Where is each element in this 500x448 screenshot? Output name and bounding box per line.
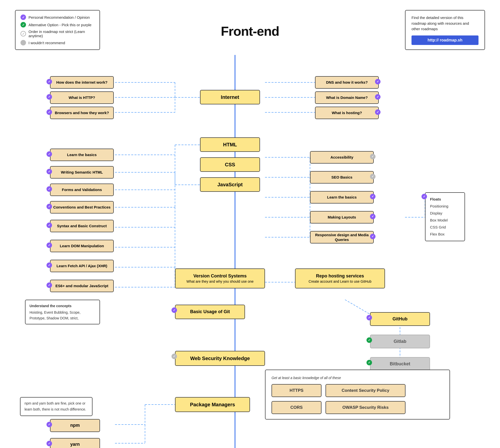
security-box: Get at least a basic knowledge of all of… xyxy=(265,370,450,420)
writing-semantic-node: Writing Semantic HTML xyxy=(50,166,114,179)
badge-css-sub: ✓ xyxy=(422,194,427,199)
css-node: CSS xyxy=(200,157,260,172)
internet-node: Internet xyxy=(200,90,260,104)
javascript-node: JavaScript xyxy=(200,177,260,192)
badge-web-security: ✓ xyxy=(172,354,177,359)
basic-git-node: Basic Usage of Git xyxy=(175,305,245,319)
learn-basics-html-node: Learn the basics xyxy=(50,149,114,161)
legend-icon-purple: ✓ xyxy=(20,14,26,20)
package-managers-node: Package Managers xyxy=(175,397,250,412)
badge-writing-semantic: ✓ xyxy=(46,169,52,174)
badge-dom: ✓ xyxy=(46,242,52,248)
badge-conventions: ✓ xyxy=(46,204,52,209)
seo-node: SEO Basics xyxy=(310,171,374,184)
roadmap-link-description: Find the detailed version of this roadma… xyxy=(412,15,478,32)
domain-node: What is Domain Name? xyxy=(315,91,379,104)
legend-item-order: ✓ Order in roadmap not strict (Learn any… xyxy=(20,29,94,38)
legend-item-personal: ✓ Personal Recommendation / Opinion xyxy=(20,14,94,20)
badge-what-http: ✓ xyxy=(46,94,52,100)
badge-browsers: ✓ xyxy=(46,109,52,115)
legend-icon-gray-outline: ✓ xyxy=(20,31,26,36)
badge-basic-git: ✓ xyxy=(172,307,177,313)
dom-node: Learn DOM Manipulation xyxy=(50,240,114,252)
badge-hosting: ✓ xyxy=(375,109,380,115)
badge-fetch: ✓ xyxy=(46,262,52,268)
badge-bitbucket: ✓ xyxy=(366,360,372,365)
legend-item-not-recommend: I wouldn't recommend xyxy=(20,40,94,45)
learn-basics-css-node: Learn the basics xyxy=(310,191,374,204)
repo-hosting-node: Repo hosting services Create account and… xyxy=(295,268,385,288)
making-layouts-node: Making Layouts xyxy=(310,211,374,224)
concepts-box: Understand the concepts Hoisting, Event … xyxy=(25,300,100,324)
badge-how-internet: ✓ xyxy=(46,79,52,84)
badge-gitlab: ✓ xyxy=(366,337,372,343)
gitlab-node: Gitlab xyxy=(370,335,430,348)
github-node: GitHub xyxy=(370,312,430,326)
es6-node: ES6+ and modular JavaScript xyxy=(50,280,114,292)
browsers-node: Browsers and how they work? xyxy=(50,107,114,119)
legend-box: ✓ Personal Recommendation / Opinion ✓ Al… xyxy=(15,10,100,50)
legend-item-alternative: ✓ Alternative Option - Pick this or purp… xyxy=(20,22,94,27)
npm-node: npm xyxy=(50,419,100,432)
owasp-node: OWASP Security Risks xyxy=(326,401,406,414)
legend-icon-green: ✓ xyxy=(20,22,26,27)
vcs-node: Version Control Systems What are they an… xyxy=(175,268,265,288)
how-internet-node: How does the internet work? xyxy=(50,76,114,89)
fetch-node: Learn Fetch API / Ajax (XHR) xyxy=(50,260,114,272)
badge-accessibility: ✓ xyxy=(370,154,376,159)
cors-node: CORS xyxy=(272,401,322,414)
badge-learn-basics: ✓ xyxy=(46,151,52,157)
badge-syntax: ✓ xyxy=(46,223,52,228)
badge-responsive: ✓ xyxy=(370,234,376,239)
css-sub-box: Floats Positioning Display Box Model CSS… xyxy=(425,192,465,241)
accessibility-node: Accessibility xyxy=(310,151,374,164)
responsive-node: Responsive design and Media Queries xyxy=(310,231,374,243)
badge-learn-basics-css: ✓ xyxy=(370,194,376,199)
badge-yarn: ✓ xyxy=(46,441,52,446)
web-security-node: Web Security Knowledge xyxy=(175,351,265,366)
hosting-node: What is hosting? xyxy=(315,107,379,119)
roadmap-url[interactable]: http:// roadmap.sh xyxy=(412,35,478,45)
conventions-node: Conventions and Best Practices xyxy=(50,201,114,214)
badge-es6: ✓ xyxy=(46,282,52,288)
legend-icon-gray-fill xyxy=(20,40,26,45)
forms-node: Forms and Validations xyxy=(50,184,114,196)
badge-domain: ✓ xyxy=(375,94,380,100)
badge-forms: ✓ xyxy=(46,186,52,192)
page-title: Front-end xyxy=(221,24,279,39)
roadmap-link-box: Find the detailed version of this roadma… xyxy=(405,10,485,50)
csp-node: Content Security Policy xyxy=(326,384,406,397)
security-note: Get at least a basic knowledge of all of… xyxy=(272,375,444,381)
what-http-node: What is HTTP? xyxy=(50,91,114,104)
https-node: HTTPS xyxy=(272,384,322,397)
dns-node: DNS and how it works? xyxy=(315,76,379,89)
badge-npm: ✓ xyxy=(46,422,52,427)
syntax-node: Syntax and Basic Construct xyxy=(50,220,114,232)
badge-github: ✓ xyxy=(366,315,372,320)
yarn-node: yarn xyxy=(50,438,100,448)
npm-note-box: npm and yarn both are fine, pick one or … xyxy=(20,397,92,416)
html-node: HTML xyxy=(200,137,260,152)
badge-dns: ✓ xyxy=(375,79,380,84)
bitbucket-node: Bitbucket xyxy=(370,357,430,371)
badge-seo: ✓ xyxy=(370,174,376,179)
badge-making-layouts: ✓ xyxy=(370,214,376,219)
